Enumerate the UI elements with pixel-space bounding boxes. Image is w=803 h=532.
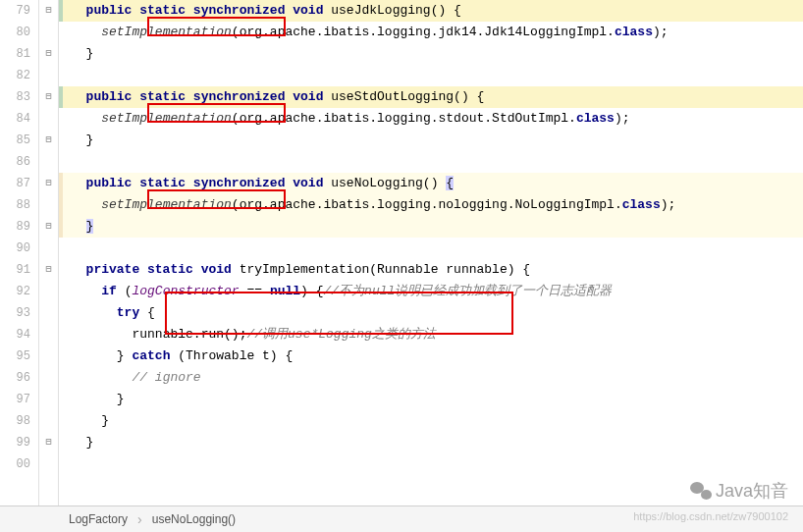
- watermark-url: https://blog.csdn.net/zw7900102: [633, 510, 788, 522]
- code-line[interactable]: }: [59, 216, 803, 238]
- line-number: 80: [0, 22, 38, 43]
- line-number: 93: [0, 302, 38, 324]
- line-number: 94: [0, 324, 38, 346]
- line-number: 89: [0, 216, 38, 238]
- line-number: 86: [0, 151, 38, 173]
- breadcrumb-item-class[interactable]: LogFactory: [59, 512, 137, 526]
- line-number: 81: [0, 43, 38, 65]
- wechat-icon: [690, 482, 712, 500]
- line-number: 92: [0, 281, 38, 302]
- line-number: 95: [0, 346, 38, 367]
- watermark: Java知音: [690, 479, 788, 503]
- code-editor[interactable]: 79 80 81 82 83 84 85 86 87 88 89 90 91 9…: [0, 0, 803, 505]
- line-number: 88: [0, 194, 38, 216]
- code-line[interactable]: setImplementation(org.apache.ibatis.logg…: [59, 108, 803, 130]
- code-line[interactable]: [59, 453, 803, 475]
- line-number: 87: [0, 173, 38, 194]
- code-line[interactable]: } catch (Throwable t) {: [59, 346, 803, 367]
- line-number: 00: [0, 453, 38, 475]
- line-number: 97: [0, 389, 38, 410]
- line-number: 83: [0, 86, 38, 108]
- code-line[interactable]: }: [59, 389, 803, 410]
- line-number: 79: [0, 0, 38, 22]
- code-line[interactable]: setImplementation(org.apache.ibatis.logg…: [59, 194, 803, 216]
- code-line[interactable]: }: [59, 432, 803, 453]
- line-number: 91: [0, 259, 38, 281]
- code-line[interactable]: private static void tryImplementation(Ru…: [59, 259, 803, 281]
- code-line[interactable]: [59, 151, 803, 173]
- line-number: 96: [0, 367, 38, 389]
- code-line[interactable]: public static synchronized void useStdOu…: [59, 86, 803, 108]
- code-line[interactable]: setImplementation(org.apache.ibatis.logg…: [59, 22, 803, 43]
- line-number: 84: [0, 108, 38, 130]
- line-number: 90: [0, 238, 38, 259]
- line-number: 99: [0, 432, 38, 453]
- code-line[interactable]: }: [59, 130, 803, 151]
- code-content[interactable]: public static synchronized void useJdkLo…: [59, 0, 803, 505]
- code-line[interactable]: runnable.run();//调用use*Logging之类的方法: [59, 324, 803, 346]
- code-line[interactable]: [59, 65, 803, 86]
- code-line[interactable]: [59, 238, 803, 259]
- code-line[interactable]: }: [59, 43, 803, 65]
- code-line[interactable]: public static synchronized void useJdkLo…: [59, 0, 803, 22]
- fold-gutter: ⊟⊟ ⊟ ⊟⊟ ⊟ ⊟ ⊟: [39, 0, 59, 505]
- code-line[interactable]: }: [59, 410, 803, 432]
- line-number: 82: [0, 65, 38, 86]
- code-line[interactable]: public static synchronized void useNoLog…: [59, 173, 803, 194]
- code-line[interactable]: if (logConstructor == null) {//不为null说明已…: [59, 281, 803, 302]
- breadcrumb-item-method[interactable]: useNoLogging(): [142, 512, 245, 526]
- code-line[interactable]: try {: [59, 302, 803, 324]
- line-number-gutter: 79 80 81 82 83 84 85 86 87 88 89 90 91 9…: [0, 0, 39, 505]
- line-number: 85: [0, 130, 38, 151]
- line-number: 98: [0, 410, 38, 432]
- code-line[interactable]: // ignore: [59, 367, 803, 389]
